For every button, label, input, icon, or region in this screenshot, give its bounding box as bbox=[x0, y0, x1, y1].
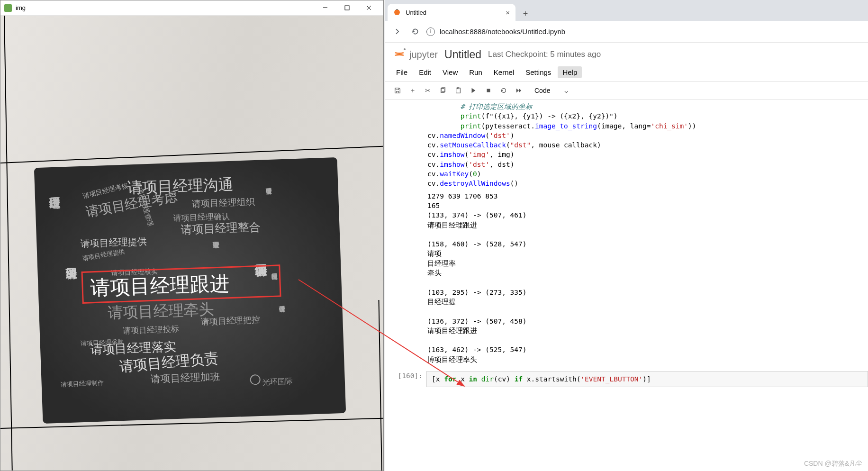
jupyter-logo[interactable]: jupyter bbox=[392, 47, 438, 62]
copy-icon[interactable] bbox=[436, 83, 450, 98]
menu-help[interactable]: Help bbox=[558, 66, 582, 78]
svg-rect-1 bbox=[345, 6, 349, 10]
menu-settings[interactable]: Settings bbox=[521, 66, 556, 78]
mousepad-image: 请项目经理沟通 请项目经理组织 请项目经理考虑 请项目经理确认 请项目经理整合 … bbox=[34, 157, 346, 424]
cell-prompt: [160]: bbox=[395, 371, 423, 387]
cell-type-select[interactable]: Code⌵ bbox=[532, 86, 571, 95]
minimize-button[interactable] bbox=[314, 1, 336, 15]
code-line: cv.waitKey(0) bbox=[427, 169, 868, 179]
cut-icon[interactable]: ✂ bbox=[421, 83, 435, 98]
reload-button[interactable] bbox=[408, 25, 422, 38]
svg-rect-8 bbox=[396, 9, 398, 10]
url-text: localhost:8888/notebooks/Untitled.ipynb bbox=[440, 27, 565, 36]
code-cell[interactable]: [160]: [x for x in dir(cv) if x.startswi… bbox=[427, 371, 868, 387]
menu-edit[interactable]: Edit bbox=[414, 66, 436, 78]
code-line: cv.imshow('dst', dst) bbox=[427, 160, 868, 169]
browser-tabstrip: Untitled × + bbox=[385, 0, 868, 21]
add-cell-icon[interactable]: + bbox=[406, 83, 420, 98]
code-line: print(f"({x1}, {y1}) -> ({x2}, {y2})") bbox=[427, 111, 868, 121]
tab-close-icon[interactable]: × bbox=[506, 9, 510, 17]
restart-icon[interactable] bbox=[497, 83, 511, 98]
cv-image-content[interactable]: 请项目经理沟通 请项目经理组织 请项目经理考虑 请项目经理确认 请项目经理整合 … bbox=[0, 16, 383, 471]
run-icon[interactable] bbox=[466, 83, 480, 98]
svg-rect-14 bbox=[487, 89, 490, 92]
cv-titlebar: img bbox=[0, 0, 383, 16]
jupyter-menubar: File Edit View Run Kernel Settings Help bbox=[385, 63, 868, 82]
checkpoint-text: Last Checkpoint: 5 minutes ago bbox=[488, 50, 601, 59]
svg-rect-7 bbox=[395, 10, 399, 12]
code-line: cv.setMouseCallback("dst", mouse_callbac… bbox=[427, 140, 868, 150]
restart-run-all-icon[interactable] bbox=[512, 83, 526, 98]
site-info-icon[interactable]: i bbox=[426, 27, 435, 36]
jupyter-toolbar: + ✂ Code⌵ bbox=[385, 82, 868, 100]
cell-code[interactable]: [x for x in dir(cv) if x.startswith('EVE… bbox=[426, 371, 868, 387]
menu-view[interactable]: View bbox=[438, 66, 462, 78]
menu-kernel[interactable]: Kernel bbox=[489, 66, 519, 78]
notebook-area[interactable]: # 打印选定区域的坐标 print(f"({x1}, {y1}) -> ({x2… bbox=[385, 100, 868, 471]
svg-marker-16 bbox=[519, 89, 521, 93]
jupyter-tab-icon bbox=[393, 9, 401, 16]
menu-file[interactable]: File bbox=[391, 66, 412, 78]
roi-selection-box bbox=[81, 264, 281, 304]
browser-addr-bar: i localhost:8888/notebooks/Untitled.ipyn… bbox=[385, 21, 868, 43]
forward-button[interactable] bbox=[390, 25, 404, 38]
cell-output: 1279 639 1706 853 165 (133, 374) -> (507… bbox=[427, 191, 868, 364]
browser-window: Untitled × + i localhost:8888/notebooks/… bbox=[385, 0, 868, 471]
paste-icon[interactable] bbox=[451, 83, 465, 98]
url-box[interactable]: i localhost:8888/notebooks/Untitled.ipyn… bbox=[426, 27, 862, 36]
code-line: cv.namedWindow('dst') bbox=[427, 131, 868, 140]
new-tab-button[interactable]: + bbox=[518, 7, 533, 21]
svg-marker-13 bbox=[472, 88, 476, 93]
code-line: cv.destroyAllWindows() bbox=[427, 179, 868, 188]
stop-icon[interactable] bbox=[481, 83, 496, 98]
opencv-window: img 请项目经理沟通 请项目经理组织 请项目经理考虑 请项目经理确认 请项目经… bbox=[0, 0, 384, 471]
maximize-button[interactable] bbox=[336, 1, 358, 15]
mousepad-logo: 光环国际 bbox=[250, 373, 293, 388]
notebook-title[interactable]: Untitled bbox=[444, 48, 481, 61]
watermark: CSDN @碧落&凡尘 bbox=[804, 460, 862, 468]
tab-title: Untitled bbox=[406, 9, 426, 16]
jupyter-header: jupyter Untitled Last Checkpoint: 5 minu… bbox=[385, 43, 868, 63]
code-line: # 打印选定区域的坐标 bbox=[427, 102, 868, 111]
chevron-down-icon: ⌵ bbox=[564, 87, 568, 94]
save-icon[interactable] bbox=[390, 83, 405, 98]
browser-tab[interactable]: Untitled × bbox=[388, 4, 515, 21]
menu-run[interactable]: Run bbox=[464, 66, 487, 78]
close-button[interactable] bbox=[358, 1, 380, 15]
code-line: print(pytesseract.image_to_string(image,… bbox=[427, 121, 868, 131]
opencv-app-icon bbox=[4, 4, 12, 12]
code-line: cv.imshow('img', img) bbox=[427, 150, 868, 159]
svg-marker-15 bbox=[516, 89, 519, 93]
cv-window-title: img bbox=[16, 4, 314, 11]
